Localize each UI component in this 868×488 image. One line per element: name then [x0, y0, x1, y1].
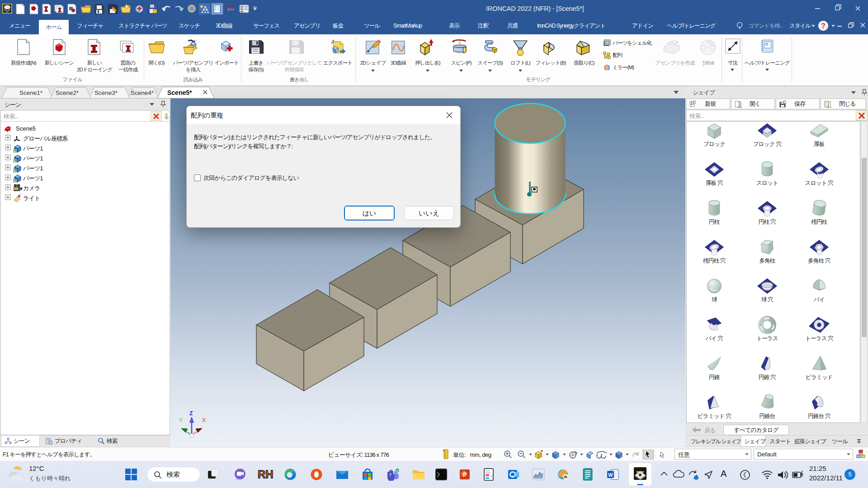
svg-text:グローバル座標系: グローバル座標系: [23, 135, 68, 142]
svg-text:パーツ1: パーツ1: [23, 175, 43, 182]
svg-text:スロット: スロット: [756, 180, 778, 186]
svg-text:パーツ1: パーツ1: [23, 165, 43, 172]
svg-text:Y: Y: [179, 417, 183, 423]
svg-text:円柱: 円柱: [709, 219, 720, 225]
svg-text:?: ?: [821, 22, 826, 30]
svg-text:トーラス: トーラス: [756, 335, 778, 342]
svg-text:球 穴: 球 穴: [761, 296, 773, 303]
svg-text:パーツ1: パーツ1: [23, 155, 43, 162]
svg-text:W: W: [608, 472, 613, 478]
svg-text:T: T: [389, 473, 392, 477]
svg-text:パーツ1: パーツ1: [23, 145, 43, 152]
svg-text:円錐台 穴: 円錐台 穴: [808, 413, 830, 419]
svg-text:Scene5: Scene5: [16, 125, 36, 132]
svg-text:トーラス 穴: トーラス 穴: [805, 335, 833, 342]
svg-text:Scene5*: Scene5*: [167, 89, 192, 96]
svg-text:ブロック 穴: ブロック 穴: [753, 141, 782, 147]
svg-text:厚板 穴: 厚板 穴: [706, 180, 723, 186]
svg-text:多角柱 穴: 多角柱 穴: [808, 258, 830, 264]
svg-text:カメラ: カメラ: [23, 185, 40, 192]
svg-text:Scene2*: Scene2*: [56, 89, 79, 96]
svg-text:ピラミッド: ピラミッド: [806, 374, 833, 380]
svg-text:X: X: [202, 417, 206, 423]
svg-text:パイ: パイ: [813, 296, 825, 303]
svg-text:円錐 穴: 円錐 穴: [759, 374, 776, 380]
svg-text:Scene3*: Scene3*: [94, 89, 118, 96]
svg-text:球: 球: [712, 296, 717, 303]
svg-text:スロット 穴: スロット 穴: [805, 180, 834, 186]
svg-text:Z: Z: [189, 410, 193, 417]
svg-text:楕円柱 穴: 楕円柱 穴: [703, 258, 726, 264]
svg-text:円柱 穴: 円柱 穴: [759, 219, 776, 225]
svg-text:パイ 穴: パイ 穴: [705, 335, 723, 342]
svg-text:楕円柱: 楕円柱: [811, 219, 827, 225]
svg-text:円錐: 円錐: [709, 374, 720, 380]
svg-text:Scene1*: Scene1*: [19, 89, 43, 96]
svg-text:厚板: 厚板: [814, 141, 825, 147]
svg-text:P: P: [463, 472, 467, 478]
svg-text:多角柱: 多角柱: [759, 258, 775, 264]
svg-text:円錐台: 円錐台: [759, 413, 775, 419]
svg-text:ライト: ライト: [23, 195, 40, 202]
svg-text:ピラミッド 穴: ピラミッド 穴: [698, 413, 731, 419]
svg-text:ブロック: ブロック: [703, 141, 725, 147]
svg-text:Scene4*: Scene4*: [131, 89, 154, 96]
